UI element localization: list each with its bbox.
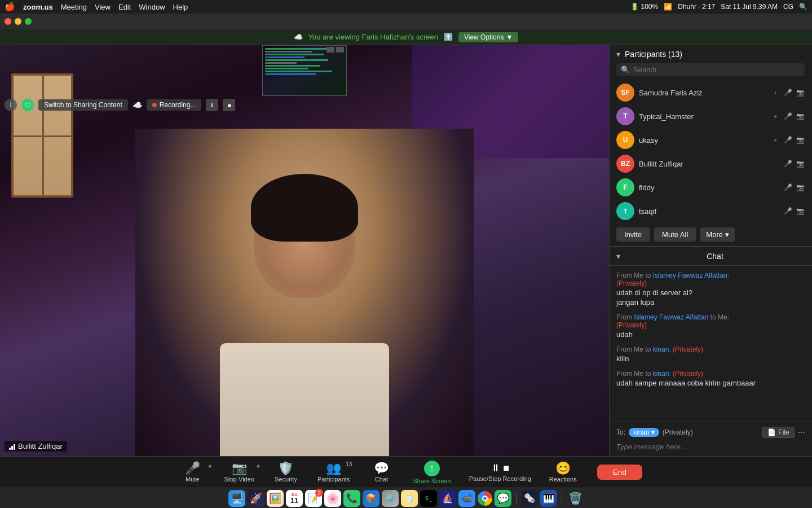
participant-name: Typical_Hamster: [639, 112, 766, 121]
search-icon[interactable]: 🔍: [799, 3, 807, 11]
participant-icons: ＋ 🎤 📷: [770, 111, 805, 121]
share-cloud-icon: ☁️: [294, 33, 303, 41]
apple-menu[interactable]: 🍎: [5, 2, 15, 12]
main-content: i 🛡 Switch to Sharing Content ☁️ Recordi…: [0, 45, 812, 456]
pause-recording-button[interactable]: ⏸ ■ Pause/Stop Recording: [460, 460, 540, 484]
chat-msg-header: From Islamey Fawwaz Alfattan to Me: (Pri…: [616, 313, 805, 329]
cam-icon: 📷: [795, 182, 805, 192]
dock-item-photos[interactable]: 🌸: [324, 490, 341, 507]
participant-name: Samudra Faris Aziz: [639, 89, 766, 97]
menu-meeting[interactable]: Meeting: [61, 3, 87, 11]
share-screen-button[interactable]: ↑ Share Screen: [404, 458, 460, 487]
close-button[interactable]: [5, 18, 11, 25]
chat-msg-body-2: jangan lupa: [616, 298, 805, 306]
chevron-up-icon[interactable]: ▲: [255, 462, 261, 468]
search-icon: 🔍: [621, 65, 630, 74]
invite-button[interactable]: Invite: [616, 227, 650, 242]
dock-item-reminders[interactable]: 📝 2: [305, 490, 322, 507]
person-video: [135, 129, 474, 456]
participant-name: fiddy: [639, 183, 778, 192]
dock-item-news[interactable]: 🗞️: [521, 490, 538, 507]
recording-button[interactable]: Recording...: [147, 99, 202, 111]
date-display: Sat 11 Jul 9.39 AM: [721, 3, 778, 11]
chat-to-row: To: kinan ▾ (Privately) 📄 File ···: [616, 427, 805, 438]
pause-stop-icons: ⏸ ■: [491, 462, 509, 474]
dock-separator-2: [562, 492, 562, 505]
dock-item-keynote[interactable]: 🎹: [540, 490, 557, 507]
to-recipient-badge[interactable]: kinan ▾: [629, 428, 659, 437]
stop-video-button[interactable]: ▲ 📷 Stop Video: [215, 460, 263, 485]
chat-more-button[interactable]: ···: [798, 427, 805, 437]
mute-all-button[interactable]: Mute All: [654, 227, 696, 242]
screen-share-thumbnail[interactable]: [262, 45, 347, 96]
app-name[interactable]: zoom.us: [23, 3, 53, 11]
dock-item-appstore[interactable]: 📦: [363, 490, 379, 507]
chat-msg-header: From Me to Islamey Fawwaz Alfattan: (Pri…: [616, 271, 805, 287]
hair: [251, 174, 358, 242]
mute-button[interactable]: ▲ 🎤 Mute: [170, 460, 215, 485]
info-button[interactable]: i: [5, 99, 17, 111]
chat-msg-header: From Me to kinan: (Privately): [616, 345, 805, 353]
dock-item-preview[interactable]: 🖼️: [267, 490, 284, 507]
participants-search-input[interactable]: [633, 65, 801, 74]
file-button[interactable]: 📄 File: [762, 427, 794, 438]
participant-name: tsaqif: [639, 207, 778, 216]
menu-edit[interactable]: Edit: [118, 3, 131, 11]
participant-video-name: Bullitt Zulfiqar: [18, 442, 63, 450]
chat-button[interactable]: 💬 Chat: [359, 460, 404, 485]
more-button[interactable]: More ▾: [700, 227, 735, 242]
titlebar: [0, 14, 812, 29]
dock-item-zoom[interactable]: 📹: [458, 490, 475, 507]
video-name-label: Bullitt Zulfiqar: [5, 441, 67, 452]
chat-input-area: To: kinan ▾ (Privately) 📄 File ···: [610, 422, 812, 456]
reactions-button[interactable]: 😊 Reactions: [540, 460, 586, 485]
stop-video-label: Stop Video: [224, 476, 254, 483]
chevron-down-icon: ▾: [725, 230, 729, 239]
chat-message-input[interactable]: [616, 443, 805, 451]
avatar: U: [616, 131, 634, 149]
chat-label: Chat: [375, 476, 388, 483]
view-options-button[interactable]: View Options ▼: [458, 32, 518, 42]
bottom-toolbar: ▲ 🎤 Mute ▲ 📷 Stop Video 🛡️ Security 👥 13…: [0, 456, 812, 488]
dock-item-notes[interactable]: 🗒️: [401, 490, 418, 507]
user-initials: CG: [783, 3, 793, 11]
chevron-up-icon[interactable]: ▲: [207, 462, 213, 468]
menu-help[interactable]: Help: [173, 3, 188, 11]
participant-icons: ＋ 🎤 📷: [770, 87, 805, 98]
to-label: To:: [616, 428, 625, 436]
stop-button[interactable]: ■: [223, 99, 235, 111]
participants-collapse-button[interactable]: ▾: [616, 50, 620, 59]
dock-item-messages[interactable]: 💬: [495, 490, 511, 507]
participant-name: Bullitt Zulfiqar: [639, 160, 778, 168]
dock-item-sysprefs[interactable]: ⚙️: [382, 490, 399, 507]
shirt: [220, 343, 389, 456]
fullscreen-button[interactable]: [25, 18, 32, 25]
dock-item-calendar[interactable]: JUL 11: [286, 490, 303, 507]
dock-item-terminal[interactable]: $_: [420, 490, 437, 507]
dock-item-launchpad[interactable]: 🚀: [248, 490, 264, 507]
menu-window[interactable]: Window: [139, 3, 165, 11]
list-item: F fiddy 🎤 📷: [610, 176, 812, 199]
pause-button[interactable]: ⏸: [206, 99, 218, 111]
pause-recording-label: Pause/Stop Recording: [469, 475, 531, 482]
minimize-button[interactable]: [15, 18, 21, 25]
switch-content-button[interactable]: Switch to Sharing Content: [38, 99, 128, 111]
participants-label: Participants: [317, 476, 350, 483]
dock-item-helm[interactable]: ⛵: [439, 490, 456, 507]
dock-item-facetime[interactable]: 📞: [343, 490, 360, 507]
avatar: T: [616, 107, 634, 125]
end-button[interactable]: End: [597, 465, 642, 480]
traffic-lights: [5, 18, 32, 25]
upload-icon: ⬆️: [444, 33, 453, 41]
chat-collapse-button[interactable]: ▾: [616, 252, 620, 261]
video-overlay-bar: i 🛡 Switch to Sharing Content ☁️ Recordi…: [5, 99, 604, 111]
dock-item-chrome[interactable]: [478, 491, 492, 506]
security-button[interactable]: 🛡️ Security: [263, 460, 308, 485]
participants-search-bar[interactable]: 🔍: [616, 63, 805, 76]
dock-item-trash[interactable]: 🗑️: [567, 490, 584, 507]
chat-messages: From Me to Islamey Fawwaz Alfattan: (Pri…: [610, 266, 812, 422]
mic-icon: 🎤: [783, 111, 793, 121]
dock-item-finder[interactable]: 🖥️: [228, 490, 245, 507]
menu-view[interactable]: View: [95, 3, 111, 11]
participants-button[interactable]: 👥 13 Participants: [308, 460, 359, 485]
